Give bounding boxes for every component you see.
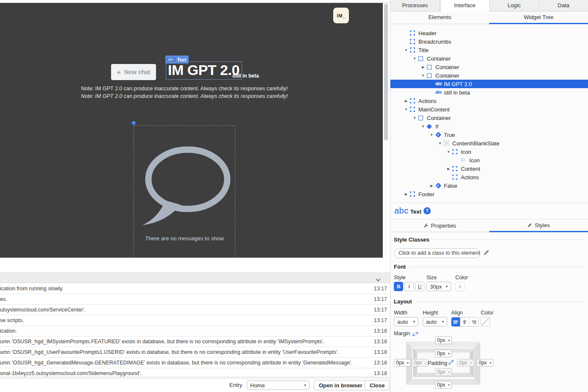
expander-icon[interactable]: ▼ xyxy=(436,142,444,145)
tab-properties[interactable]: Properties xyxy=(390,220,489,232)
font-size-select[interactable]: 30px ▾ xyxy=(426,282,451,291)
widget-icon xyxy=(452,149,457,154)
margin-left-input[interactable]: 0px▾ xyxy=(394,359,411,367)
widget-icon xyxy=(461,158,465,163)
scrollbar-thumb[interactable] xyxy=(384,4,388,140)
widget-label: Icon xyxy=(461,149,471,155)
expander-icon[interactable]: ▼ xyxy=(411,116,418,120)
widget-tree-node[interactable]: still in beta xyxy=(390,88,588,97)
close-button[interactable]: Close xyxy=(365,380,390,390)
log-row[interactable]: umn 'OSUSR_hgd_IMSystemPrompts.FEATURED'… xyxy=(0,336,390,347)
widget-tree-node[interactable]: ▶ Content xyxy=(390,164,588,173)
main-tab[interactable]: Data xyxy=(539,0,588,11)
log-row[interactable]: ication. 13:18 xyxy=(0,326,390,336)
preview-canvas[interactable]: IM_ + New chat abc Text IM GPT 2.0 still… xyxy=(0,3,383,258)
widget-tree-node[interactable]: ▼ Content\BlankSlate xyxy=(390,139,588,147)
style-classes-title: Style Classes xyxy=(394,236,429,243)
tab-styles[interactable]: Styles xyxy=(489,220,588,232)
expander-icon[interactable]: ▼ xyxy=(428,133,435,137)
log-timestamp: 13:17 xyxy=(374,317,387,323)
widget-tree: Header Breadcrumbs ▼ Title ▼ Container ▶ xyxy=(390,29,588,198)
align-left-button[interactable] xyxy=(451,317,460,326)
italic-button[interactable]: I xyxy=(404,282,414,291)
expander-icon[interactable]: ▶ xyxy=(428,184,435,188)
chevron-down-icon: ▾ xyxy=(304,383,306,387)
widget-label: Header xyxy=(418,30,437,36)
log-row[interactable]: ication from running slowly. 13:17 xyxy=(0,284,390,294)
new-chat-button[interactable]: + New chat xyxy=(111,64,156,80)
main-tab[interactable]: Processes xyxy=(390,0,440,11)
disclaimer-note-italic[interactable]: Note: IM GPT 2.0 can produce inaccurate … xyxy=(36,93,333,99)
sub-tab[interactable]: Elements xyxy=(390,12,489,24)
open-in-browser-button[interactable]: Open in browser xyxy=(314,380,368,390)
widget-tree-node[interactable]: ▶ Container xyxy=(390,63,588,71)
padding-top-input[interactable]: 0px▾ xyxy=(435,350,452,357)
speech-bubble-icon xyxy=(138,143,231,228)
background-color-swatch[interactable] xyxy=(481,317,490,326)
widget-icon xyxy=(435,82,442,86)
margin-right-input[interactable]: 0px▾ xyxy=(477,359,493,367)
log-row[interactable]: se scripts. 13:17 xyxy=(0,315,390,326)
expander-icon[interactable]: ▼ xyxy=(445,150,452,154)
edit-pencil-icon[interactable] xyxy=(483,250,489,257)
collapse-chevron-icon[interactable] xyxy=(376,276,381,284)
console-header[interactable] xyxy=(0,272,390,283)
height-select[interactable]: auto ▾ xyxy=(423,317,447,326)
expander-icon[interactable]: ▼ xyxy=(402,108,410,111)
help-icon[interactable]: ? xyxy=(424,207,431,214)
canvas-scrollbar[interactable] xyxy=(384,3,389,258)
add-class-input[interactable]: Click to add a class to this element xyxy=(394,248,480,258)
widget-tree-node[interactable]: ▶ False xyxy=(390,181,588,190)
margin-bottom-input[interactable]: 0px▾ xyxy=(435,381,452,389)
widget-tree-node[interactable]: ▼ MainContent xyxy=(390,105,588,114)
expander-icon[interactable]: ▼ xyxy=(411,57,418,61)
main-tab[interactable]: Logic xyxy=(490,0,539,11)
log-row[interactable]: es. 13:17 xyxy=(0,294,390,305)
link-icon[interactable] xyxy=(449,360,454,366)
main-tab[interactable]: Interface xyxy=(440,0,490,12)
widget-tree-node[interactable]: ▼ Container xyxy=(390,71,588,80)
margin-top-input[interactable]: 0px▾ xyxy=(435,336,452,344)
log-message: umn 'OSUSR_hgd_GeneratedMessage.GENERATE… xyxy=(0,360,352,366)
widget-tree-node[interactable]: Breadcrumbs xyxy=(390,37,588,46)
align-right-button[interactable] xyxy=(469,317,478,326)
width-select[interactable]: auto ▾ xyxy=(394,317,418,326)
expander-icon[interactable]: ▼ xyxy=(402,48,410,52)
align-center-button[interactable] xyxy=(460,317,469,326)
expander-icon[interactable]: ▼ xyxy=(419,74,427,78)
expander-icon[interactable]: ▶ xyxy=(402,99,410,103)
expander-icon[interactable]: ▶ xyxy=(419,65,427,69)
expander-icon[interactable]: ▶ xyxy=(445,167,452,171)
widget-tree-node[interactable]: IM GPT 2.0 xyxy=(390,80,588,88)
layout-color-label: Color xyxy=(481,310,493,316)
widget-tree-node[interactable]: ▼ Icon xyxy=(390,147,588,156)
entry-select[interactable]: Home ▾ xyxy=(247,381,309,390)
widget-label: IM GPT 2.0 xyxy=(444,81,472,87)
beta-label[interactable]: still in beta xyxy=(232,73,259,79)
widget-tree-node[interactable]: Icon xyxy=(390,156,588,164)
bold-button[interactable]: B xyxy=(394,282,403,291)
selected-title-widget[interactable]: IM GPT 2.0 xyxy=(166,61,242,80)
underline-button[interactable]: U xyxy=(415,282,424,291)
widget-tree-node[interactable]: ▼ Title xyxy=(390,46,588,54)
disclaimer-note[interactable]: Note: IM GPT 2.0 can produce inaccurate … xyxy=(36,86,333,92)
log-row[interactable]: utsystemscloud.com/ServiceCenter'. 13:17 xyxy=(0,305,390,315)
log-message: umn 'OSUSR_hgd_UserFavouritePrompts1.USE… xyxy=(0,349,339,355)
widget-tree-node[interactable]: ▼ Container xyxy=(390,54,588,63)
log-row[interactable]: umn 'OSUSR_hgd_UserFavouritePrompts1.USE… xyxy=(0,347,390,358)
expander-icon[interactable]: ▶ xyxy=(402,192,410,196)
widget-tree-node[interactable]: ▼ True xyxy=(390,131,588,139)
log-row[interactable]: umn 'OSUSR_hgd_GeneratedMessage.GENERATE… xyxy=(0,358,390,368)
widget-tree-node[interactable]: Actions xyxy=(390,173,588,181)
widget-tree-node[interactable]: ▶ Footer xyxy=(390,190,588,198)
expander-icon[interactable]: ▼ xyxy=(419,125,427,128)
sub-tab[interactable]: Widget Tree xyxy=(489,12,588,24)
widget-tree-node[interactable]: ▼ If xyxy=(390,122,588,131)
widget-tree-node[interactable]: ▼ Container xyxy=(390,114,588,122)
blank-slate-widget[interactable]: There are no messages to show xyxy=(134,125,235,258)
widget-tree-node[interactable]: ▶ Actions xyxy=(390,97,588,105)
widget-icon xyxy=(452,175,457,180)
widget-tree-node[interactable]: Header xyxy=(390,29,588,37)
if-true-marker-icon xyxy=(131,120,137,126)
widget-icon xyxy=(427,65,432,70)
